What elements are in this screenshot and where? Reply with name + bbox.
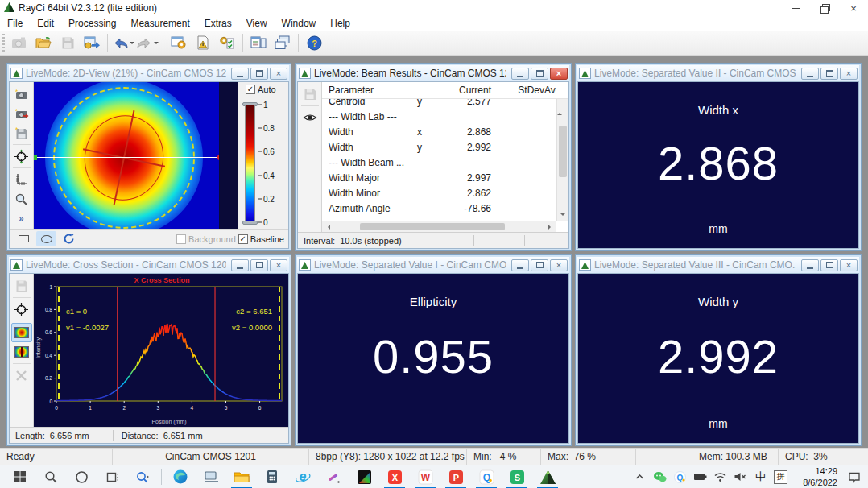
y-cross-section-button[interactable] [11, 342, 32, 362]
beam-2d-canvas[interactable] [34, 82, 240, 230]
delete-cursor-icon[interactable] [11, 366, 32, 385]
file-explorer-icon[interactable] [226, 465, 257, 488]
maximize-button[interactable] [250, 259, 268, 271]
beam-results-row[interactable]: Width Major2.997 [322, 170, 556, 185]
cross-section-plot[interactable]: 10.80.60.40.200123456 X Cross Section In… [34, 274, 288, 427]
window-separated-value-2[interactable]: LiveMode: Separated Value II - CinCam CM… [575, 63, 862, 251]
horizontal-scroll-thumb[interactable] [360, 223, 505, 230]
pc-settings-icon[interactable] [196, 465, 226, 488]
start-button[interactable] [5, 465, 35, 488]
more-tools-chevron[interactable]: » [11, 209, 32, 228]
window-2d-view[interactable]: LiveMode: 2D-View (21%) - CinCam CMOS 12… [6, 63, 291, 251]
battery-icon[interactable] [690, 465, 710, 488]
colorbar-gradient[interactable] [245, 105, 255, 222]
maximize-button[interactable] [531, 68, 548, 80]
close-button[interactable]: × [270, 68, 287, 80]
auto-scale-checkbox[interactable]: ✓ [246, 85, 255, 94]
save-results-icon[interactable] [300, 85, 320, 104]
line-start-handle[interactable] [34, 155, 37, 160]
app-close-button[interactable]: × [839, 0, 868, 16]
ime-mode-indicator[interactable]: 拼 [771, 465, 791, 488]
minimize-button[interactable] [511, 259, 529, 271]
beam-results-row[interactable]: Width Minor2.862 [322, 185, 556, 201]
minimize-button[interactable] [801, 68, 819, 80]
baseline-checkbox[interactable]: ✓ [238, 234, 248, 244]
redo-dropdown-caret[interactable] [154, 42, 159, 47]
scroll-right-arrow[interactable] [548, 225, 553, 230]
tile-windows-button[interactable] [246, 32, 271, 54]
qq-tray-icon[interactable]: Q [670, 465, 690, 488]
close-button[interactable]: × [840, 68, 858, 80]
scroll-left-arrow[interactable] [325, 225, 330, 230]
table-header[interactable]: Parameter Current StDev Average [322, 82, 568, 99]
window-separated-value-3-titlebar[interactable]: LiveMode: Separated Value III - CinCam C… [577, 257, 859, 273]
window-separated-value-1[interactable]: LiveMode: Separated Value I - CinCam CMO… [295, 254, 572, 446]
cortana-icon[interactable] [66, 465, 97, 488]
wechat-tray-icon[interactable] [650, 465, 670, 488]
settings-button[interactable] [167, 32, 191, 54]
qq-browser-icon[interactable]: Q [471, 465, 502, 488]
wps-office-icon[interactable]: W [410, 465, 440, 488]
close-button[interactable]: × [270, 259, 287, 271]
xmind-app-icon[interactable]: X [379, 465, 410, 488]
menu-edit[interactable]: Edit [30, 16, 61, 31]
ellipse-roi-button[interactable] [36, 231, 56, 246]
cascade-windows-button[interactable] [271, 32, 295, 54]
refresh-button[interactable] [59, 231, 79, 246]
menu-extras[interactable]: Extras [197, 16, 239, 31]
table-viewport[interactable]: Centroidy2.577--- Width Lab ---Widthx2.8… [322, 99, 556, 221]
background-checkbox[interactable] [176, 234, 186, 244]
save-image-icon[interactable] [11, 123, 32, 143]
redo-button[interactable] [135, 32, 159, 54]
maximize-button[interactable] [820, 259, 838, 271]
search-icon[interactable] [35, 465, 66, 488]
x-cross-section-button[interactable] [11, 323, 32, 342]
pen-tool-icon[interactable] [318, 465, 349, 488]
colorbar-min-handle[interactable] [242, 221, 258, 225]
window-beam-results-titlebar[interactable]: LiveMode: Beam Results - CinCam CMOS 120… [297, 65, 569, 81]
window-separated-value-2-titlebar[interactable]: LiveMode: Separated Value II - CinCam CM… [577, 65, 859, 81]
export-window-button[interactable] [80, 32, 104, 54]
window-cross-section-titlebar[interactable]: LiveMode: Cross Section - CinCam CMOS 12… [9, 257, 289, 273]
close-button[interactable]: × [550, 68, 568, 80]
save-button[interactable] [56, 32, 80, 54]
edge-browser-icon[interactable] [165, 465, 196, 488]
minimize-button[interactable] [801, 259, 819, 271]
vertical-scroll-thumb[interactable] [559, 126, 567, 176]
window-separated-value-1-titlebar[interactable]: LiveMode: Separated Value I - CinCam CMO… [297, 257, 569, 273]
horizontal-scrollbar[interactable] [322, 221, 556, 232]
beam-results-row[interactable]: Widthx2.868 [322, 124, 556, 139]
undo-dropdown-caret[interactable] [130, 42, 134, 47]
centroid-tracker-icon[interactable] [11, 147, 32, 166]
app-minimize-button[interactable] [781, 0, 810, 16]
menu-measurement[interactable]: Measurement [123, 16, 196, 31]
open-file-button[interactable] [31, 32, 56, 54]
window-2d-view-titlebar[interactable]: LiveMode: 2D-View (21%) - CinCam CMOS 12… [9, 65, 289, 81]
centroid-tracker-icon[interactable] [11, 300, 32, 319]
visibility-eye-icon[interactable] [300, 108, 320, 127]
maximize-button[interactable] [250, 68, 268, 80]
menu-window[interactable]: Window [275, 16, 324, 31]
undo-button[interactable] [111, 32, 135, 54]
maximize-button[interactable] [531, 259, 548, 271]
pinned-search-app-icon[interactable] [127, 465, 158, 488]
rectangle-roi-button[interactable] [14, 231, 34, 246]
beam-results-row[interactable]: --- Width Beam ... [322, 155, 556, 170]
minimize-button[interactable] [231, 259, 249, 271]
task-view-icon[interactable] [97, 465, 127, 488]
menu-view[interactable]: View [239, 16, 275, 31]
axes-icon[interactable] [11, 170, 32, 189]
volume-muted-icon[interactable] [730, 465, 750, 488]
scroll-down-arrow[interactable] [560, 213, 565, 218]
measurement-settings-button[interactable] [215, 32, 239, 54]
close-button[interactable]: × [550, 259, 568, 271]
save-plot-icon[interactable] [11, 276, 32, 296]
minimize-button[interactable] [231, 68, 249, 80]
internet-explorer-icon[interactable]: e [287, 465, 318, 488]
app-restore-button[interactable] [810, 0, 839, 16]
tray-expand-chevron[interactable] [630, 465, 650, 488]
window-beam-results[interactable]: LiveMode: Beam Results - CinCam CMOS 120… [295, 63, 572, 251]
close-button[interactable]: × [840, 259, 858, 271]
menu-file[interactable]: File [0, 16, 30, 31]
rayci-app-icon[interactable] [532, 465, 563, 488]
